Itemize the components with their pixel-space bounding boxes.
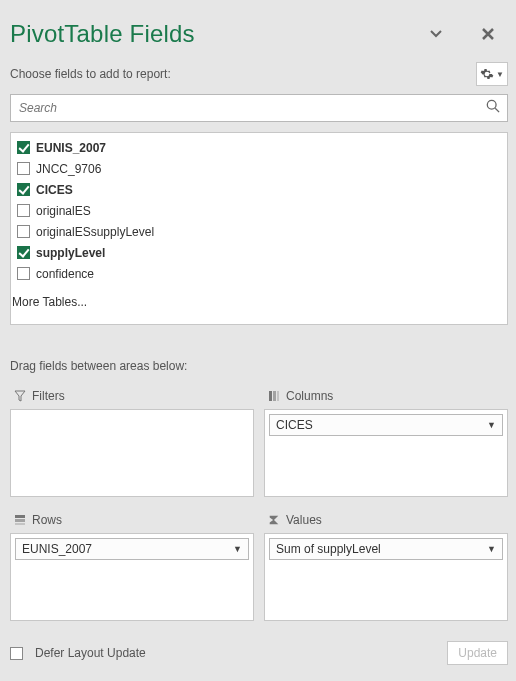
field-row-originalES[interactable]: originalES: [17, 200, 501, 221]
checkbox-icon: [17, 162, 30, 175]
field-row-supplyLevel[interactable]: supplyLevel: [17, 242, 501, 263]
pill-label: CICES: [276, 418, 313, 432]
caret-down-icon: ▼: [496, 70, 504, 79]
svg-rect-7: [15, 523, 25, 525]
rows-area-header: Rows: [10, 507, 254, 533]
field-label: originalES: [36, 204, 91, 218]
checkbox-icon: [17, 141, 30, 154]
checkbox-icon: [17, 204, 30, 217]
svg-rect-6: [15, 519, 25, 522]
close-icon: [481, 27, 495, 41]
close-button[interactable]: [476, 22, 500, 46]
rows-pill[interactable]: EUNIS_2007▼: [15, 538, 249, 560]
search-icon: [486, 99, 500, 117]
field-label: originalESsupplyLevel: [36, 225, 154, 239]
values-pill[interactable]: Sum of supplyLevel▼: [269, 538, 503, 560]
svg-line-1: [495, 108, 499, 112]
field-row-EUNIS_2007[interactable]: EUNIS_2007: [17, 137, 501, 158]
field-label: EUNIS_2007: [36, 141, 106, 155]
pane-title: PivotTable Fields: [10, 20, 396, 48]
values-area[interactable]: Values Sum of supplyLevel▼: [264, 507, 508, 621]
field-label: confidence: [36, 267, 94, 281]
drag-areas-label: Drag fields between areas below:: [10, 353, 508, 383]
filters-area[interactable]: Filters: [10, 383, 254, 497]
checkbox-icon: [17, 267, 30, 280]
field-row-JNCC_9706[interactable]: JNCC_9706: [17, 158, 501, 179]
field-label: CICES: [36, 183, 73, 197]
update-button: Update: [447, 641, 508, 665]
columns-icon: [268, 390, 280, 402]
svg-point-0: [487, 100, 496, 109]
columns-pill[interactable]: CICES▼: [269, 414, 503, 436]
svg-rect-3: [273, 391, 276, 401]
filter-icon: [14, 390, 26, 402]
checkbox-icon: [17, 183, 30, 196]
svg-rect-5: [15, 515, 25, 518]
svg-rect-2: [269, 391, 272, 401]
columns-area[interactable]: Columns CICES▼: [264, 383, 508, 497]
sigma-icon: [268, 514, 280, 526]
checkbox-icon: [10, 647, 23, 660]
caret-down-icon: ▼: [233, 544, 242, 554]
filters-area-header: Filters: [10, 383, 254, 409]
field-row-originalESsupplyLevel[interactable]: originalESsupplyLevel: [17, 221, 501, 242]
rows-area[interactable]: Rows EUNIS_2007▼: [10, 507, 254, 621]
checkbox-icon: [17, 246, 30, 259]
field-row-CICES[interactable]: CICES: [17, 179, 501, 200]
gear-icon: [480, 67, 494, 81]
more-tables-link[interactable]: More Tables...: [10, 291, 508, 309]
choose-fields-label: Choose fields to add to report:: [10, 67, 476, 81]
field-row-confidence[interactable]: confidence: [17, 263, 501, 284]
defer-layout-label: Defer Layout Update: [35, 646, 146, 660]
tools-dropdown-button[interactable]: ▼: [476, 62, 508, 86]
field-label: JNCC_9706: [36, 162, 101, 176]
caret-down-icon: ▼: [487, 544, 496, 554]
values-area-header: Values: [264, 507, 508, 533]
columns-area-header: Columns: [264, 383, 508, 409]
defer-layout-checkbox[interactable]: Defer Layout Update: [10, 646, 146, 660]
svg-rect-4: [277, 391, 279, 401]
search-input[interactable]: [10, 94, 508, 122]
field-label: supplyLevel: [36, 246, 105, 260]
rows-icon: [14, 514, 26, 526]
caret-down-icon: ▼: [487, 420, 496, 430]
collapse-button[interactable]: [424, 22, 448, 46]
chevron-down-icon: [430, 30, 442, 38]
checkbox-icon: [17, 225, 30, 238]
pill-label: EUNIS_2007: [22, 542, 92, 556]
pill-label: Sum of supplyLevel: [276, 542, 381, 556]
